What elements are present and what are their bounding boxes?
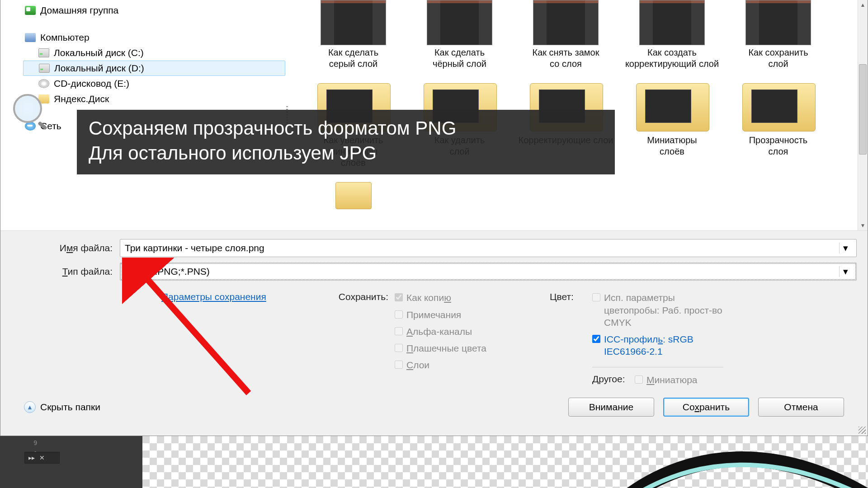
separator [592, 367, 723, 367]
homegroup-icon [25, 6, 36, 15]
scroll-handle[interactable] [859, 64, 867, 155]
scroll-down-icon[interactable]: ▼ [858, 221, 868, 230]
panel-tab[interactable]: ▸▸ ✕ [24, 452, 60, 464]
close-icon: ✕ [39, 454, 45, 461]
warning-button[interactable]: Внимание [568, 398, 654, 417]
magnifier-cursor-icon [13, 94, 42, 123]
filename-label: Имя файла: [11, 243, 120, 253]
filename-dropdown[interactable]: ▾ [839, 243, 852, 253]
file-caption: Прозрачностьслоя [749, 135, 808, 157]
hide-folders-toggle[interactable]: ▲ Скрыть папки [24, 401, 100, 413]
file-caption: Как сделатьсерый слой [328, 47, 378, 70]
thumbnail-icon [427, 0, 492, 45]
chevron-up-icon: ▲ [24, 401, 36, 413]
drive-icon [39, 64, 50, 73]
annotation-overlay: Сохраняем прозрачность форматом PNG Для … [77, 110, 615, 174]
nav-label: CD-дисковод (E:) [54, 78, 129, 89]
notes-checkbox: Примечания [395, 309, 486, 321]
folder-icon [636, 79, 708, 133]
save-button[interactable]: Сохранить [663, 398, 749, 417]
nav-label: Домашняя группа [40, 5, 118, 16]
icc-checkbox[interactable]: ICC-профиль: sRGB IEC61966-2.1 [592, 333, 731, 358]
network-icon [25, 122, 36, 131]
thumbnail-icon [639, 0, 705, 45]
computer-icon [25, 33, 36, 42]
hide-folders-label: Скрыть папки [40, 402, 100, 413]
filetype-dropdown[interactable]: ▾ [839, 266, 852, 277]
artwork-curve [588, 436, 868, 488]
layers-checkbox: Слои [395, 359, 486, 371]
file-item[interactable]: Как снять замоксо слоя [515, 0, 617, 70]
spot-checkbox: Плашечные цвета [395, 342, 486, 354]
nav-label: Локальный диск (D:) [54, 63, 144, 74]
filetype-select[interactable]: PNG (*.PNG;*.PNS) ▾ [120, 263, 857, 281]
nav-cd[interactable]: CD-дисковод (E:) [23, 76, 285, 91]
alpha-checkbox: Альфа-каналы [395, 325, 486, 338]
folder-item[interactable]: Прозрачностьслоя [727, 79, 829, 169]
thumbnail-icon [321, 0, 386, 45]
nav-label: Локальный диск (C:) [54, 47, 144, 58]
folder-icon [335, 182, 372, 209]
nav-label: Яндекс.Диск [54, 94, 109, 104]
file-caption: Как создатькорректирующий слой [625, 47, 719, 70]
filename-input[interactable]: Три картинки - четыре слоя.png ▾ [120, 239, 857, 257]
as-copy-checkbox: Как копию [395, 291, 486, 304]
cancel-button[interactable]: Отмена [758, 398, 844, 417]
nav-homegroup[interactable]: Домашняя группа [23, 3, 285, 18]
thumbnail-icon [745, 0, 811, 45]
scroll-up-icon[interactable]: ▲ [858, 0, 868, 10]
folder-item[interactable]: Миниатюрыслоёв [621, 79, 723, 169]
filetype-value: PNG (*.PNG;*.PNS) [125, 266, 839, 277]
nav-computer[interactable]: Компьютер [23, 30, 285, 45]
folder-icon [742, 79, 815, 133]
save-params-link[interactable]: Параметры сохранения [161, 291, 266, 386]
file-caption: Миниатюрыслоёв [647, 135, 697, 157]
gutter-line: 0 [0, 447, 142, 458]
proof-checkbox: Исп. параметры цветопробы: Раб. прост-во… [592, 291, 731, 328]
scrollbar[interactable]: ▲ ▼ [858, 0, 868, 230]
nav-drive-c[interactable]: Локальный диск (C:) [23, 45, 285, 61]
gutter-line: 9 [0, 436, 142, 447]
background-strip: 9 0 ▸▸ ✕ [0, 436, 868, 488]
filename-value: Три картинки - четыре слоя.png [125, 243, 839, 253]
file-caption: Как сделатьчёрный слой [433, 47, 486, 70]
cd-icon [38, 79, 49, 88]
folder-item[interactable] [302, 178, 404, 209]
file-item[interactable]: Как сделатьсерый слой [302, 0, 404, 70]
color-section-label: Цвет: [550, 291, 586, 386]
file-item[interactable]: Как сделатьчёрный слой [409, 0, 510, 70]
file-item[interactable]: Как сохранитьслой [727, 0, 829, 70]
thumbnail-checkbox: Миниатюра [635, 374, 698, 386]
file-caption: Как снять замоксо слоя [532, 47, 599, 70]
editor-gutter: 9 0 [0, 436, 142, 488]
overlay-line1: Сохраняем прозрачность форматом PNG [89, 116, 603, 141]
save-section-label: Сохранить: [339, 291, 388, 386]
resize-grip-icon[interactable] [859, 427, 866, 434]
bottom-panel: Имя файла: Три картинки - четыре слоя.pn… [0, 230, 868, 436]
nav-drive-d[interactable]: Локальный диск (D:) [23, 61, 285, 76]
save-dialog: Домашняя группа Компьютер Локальный диск… [0, 0, 868, 436]
scroll-track[interactable] [858, 10, 868, 221]
nav-label: Компьютер [40, 32, 90, 43]
play-icon: ▸▸ [28, 454, 35, 461]
filetype-label: Тип файла: [11, 266, 120, 277]
other-section-label: Другое: [592, 374, 628, 386]
nav-yadisk[interactable]: Яндекс.Диск [23, 91, 285, 107]
file-item[interactable]: Как создатькорректирующий слой [621, 0, 723, 70]
overlay-line2: Для остального используем JPG [89, 141, 603, 166]
file-caption: Как сохранитьслой [748, 47, 808, 70]
drive-icon [38, 48, 49, 57]
thumbnail-icon [533, 0, 599, 45]
